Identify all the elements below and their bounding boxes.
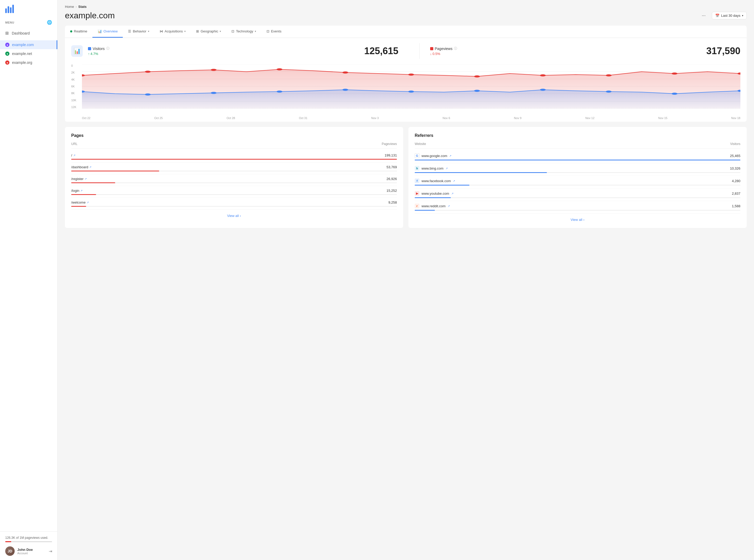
y-label-4k: 4K	[71, 78, 76, 81]
youtube-icon: ▶	[415, 191, 420, 196]
pageview-dot	[540, 74, 546, 76]
referrers-site-2: f www.facebook.com ↗	[415, 178, 455, 183]
logout-icon[interactable]: ⇥	[49, 549, 52, 554]
ref-site-label-3: www.youtube.com	[422, 192, 449, 196]
pageviews-metric: Pageviews ⓘ ↓ 0.5%	[430, 46, 707, 56]
visitor-dot	[408, 91, 414, 93]
pages-panel: Pages URL Pageviews / ↗ 199,131 /dashboa…	[65, 127, 403, 228]
external-link-icon[interactable]: ↗	[86, 201, 89, 204]
globe-icon[interactable]: 🌐	[47, 20, 52, 25]
pages-url-1: /dashboard ↗	[71, 165, 91, 169]
external-link-icon[interactable]: ↗	[453, 180, 455, 182]
visitor-dot	[343, 89, 348, 91]
logo-bar-1	[5, 8, 7, 13]
logo-bar-3	[10, 7, 12, 13]
pages-bar-bg-1	[71, 171, 397, 172]
referrers-row-top-3: ▶ www.youtube.com ↗ 2,837	[415, 191, 740, 196]
technology-icon: ⊡	[231, 29, 234, 33]
pages-value-3: 15,252	[386, 189, 397, 193]
pages-bar-0	[71, 159, 397, 160]
tab-geographic[interactable]: ⊞ Geographic ▾	[191, 26, 226, 38]
tab-realtime[interactable]: Realtime	[65, 26, 92, 38]
referrers-site-1: b www.bing.com ↗	[415, 166, 448, 171]
pages-title: Pages	[71, 133, 397, 138]
ref-bar-3	[415, 197, 451, 198]
date-picker[interactable]: 📅 Last 30 days ▾	[712, 12, 747, 19]
tab-behavior[interactable]: ☰ Behavior ▾	[123, 26, 154, 38]
pages-col-pageviews: Pageviews	[382, 142, 397, 146]
tab-geographic-label: Geographic	[200, 29, 218, 33]
referrers-value-3: 2,837	[732, 192, 740, 196]
external-link-icon[interactable]: ↗	[73, 154, 75, 157]
tab-technology[interactable]: ⊡ Technology ▾	[226, 26, 261, 38]
referrers-site-4: r www.reddit.com ↗	[415, 204, 450, 208]
header-actions: ··· 📅 Last 30 days ▾	[699, 12, 747, 19]
main-inner: Home › Stats example.com ··· 📅 Last 30 d…	[58, 0, 754, 235]
pages-row-top-4: /welcome ↗ 9,258	[71, 200, 397, 204]
pages-table-header: URL Pageviews	[71, 142, 397, 148]
pages-row-1: /dashboard ↗ 53,769	[71, 162, 397, 174]
chart-icon: 📊	[98, 29, 102, 33]
referrers-view-all[interactable]: View all ›	[415, 218, 740, 222]
external-link-icon[interactable]: ↗	[84, 177, 86, 180]
ref-site-label-4: www.reddit.com	[422, 204, 446, 208]
visitors-change-value: 4.7%	[91, 52, 98, 56]
pages-value-2: 26,926	[386, 177, 397, 181]
external-link-icon[interactable]: ↗	[89, 166, 91, 168]
page-header: example.com ··· 📅 Last 30 days ▾	[65, 11, 747, 20]
external-link-icon[interactable]: ↗	[446, 167, 448, 170]
external-link-icon[interactable]: ↗	[448, 205, 450, 207]
date-nov6: Nov 6	[443, 117, 450, 120]
y-label-0: 0	[71, 64, 76, 67]
chart-y-axis: 12K 10K 8K 6K 4K 2K 0	[71, 64, 76, 108]
events-icon: ⊡	[267, 29, 269, 33]
pages-bar-bg-3	[71, 194, 397, 195]
pages-bar-3	[71, 194, 96, 195]
sidebar-item-dashboard[interactable]: ⊞ Dashboard	[0, 28, 57, 38]
usage-text: 126.3K of 1M pageviews used.	[5, 536, 52, 540]
visitors-label-text: Visitors	[93, 46, 105, 51]
geographic-icon: ⊞	[196, 29, 199, 33]
sidebar-item-example-net[interactable]: ● example.net	[0, 49, 57, 58]
stats-header: 📊 Visitors ⓘ ↑ 4.7% 125,615	[65, 38, 747, 64]
tab-realtime-label: Realtime	[74, 29, 87, 33]
more-button[interactable]: ···	[699, 12, 708, 19]
pages-url-0: / ↗	[71, 153, 75, 157]
chevron-down-icon: ▾	[220, 30, 221, 33]
external-link-icon[interactable]: ↗	[449, 154, 451, 157]
ref-bar-2	[415, 185, 469, 185]
stats-chart-icon: 📊	[71, 45, 83, 57]
logo-icon	[5, 5, 14, 13]
external-link-icon[interactable]: ↗	[451, 192, 453, 195]
referrers-value-1: 10,326	[730, 166, 740, 171]
pages-url-4: /welcome ↗	[71, 200, 89, 204]
ref-site-label-2: www.facebook.com	[422, 179, 451, 183]
breadcrumb-home[interactable]: Home	[65, 5, 74, 8]
sidebar-item-example-com[interactable]: ● example.com	[0, 40, 57, 49]
tab-acquisitions[interactable]: ⋈ Acquisitions ▾	[154, 26, 191, 38]
sidebar-item-dashboard-label: Dashboard	[12, 31, 30, 35]
referrers-value-0: 25,465	[730, 154, 740, 158]
ref-bar-bg-0	[415, 160, 740, 160]
pageviews-info-icon: ⓘ	[454, 46, 457, 51]
pageviews-label: Pageviews ⓘ	[430, 46, 707, 51]
usage-bar-fill	[5, 541, 11, 542]
main-content: Home › Stats example.com ··· 📅 Last 30 d…	[58, 0, 754, 560]
external-link-icon[interactable]: ↗	[80, 189, 82, 192]
tab-behavior-label: Behavior	[133, 29, 146, 33]
chart-x-axis: Oct 22 Oct 25 Oct 28 Oct 31 Nov 3 Nov 6 …	[82, 117, 740, 120]
referrers-row-1: b www.bing.com ↗ 10,326	[415, 163, 740, 176]
dashboard-icon: ⊞	[5, 31, 8, 36]
logo-bar-2	[7, 6, 9, 13]
pageviews-change: ↓ 0.5%	[430, 52, 707, 56]
tab-overview[interactable]: 📊 Overview	[92, 26, 123, 38]
referrers-row-top-0: G www.google.com ↗ 25,465	[415, 153, 740, 158]
tab-events[interactable]: ⊡ Events	[261, 26, 287, 38]
pages-value-4: 9,258	[388, 200, 397, 204]
pages-bar-bg-0	[71, 159, 397, 160]
y-label-12k: 12K	[71, 105, 76, 108]
reddit-icon: r	[415, 204, 420, 208]
sidebar-item-example-org[interactable]: ● example.org	[0, 58, 57, 67]
pages-bar-bg-4	[71, 206, 397, 207]
pages-view-all[interactable]: View all ›	[71, 214, 397, 218]
